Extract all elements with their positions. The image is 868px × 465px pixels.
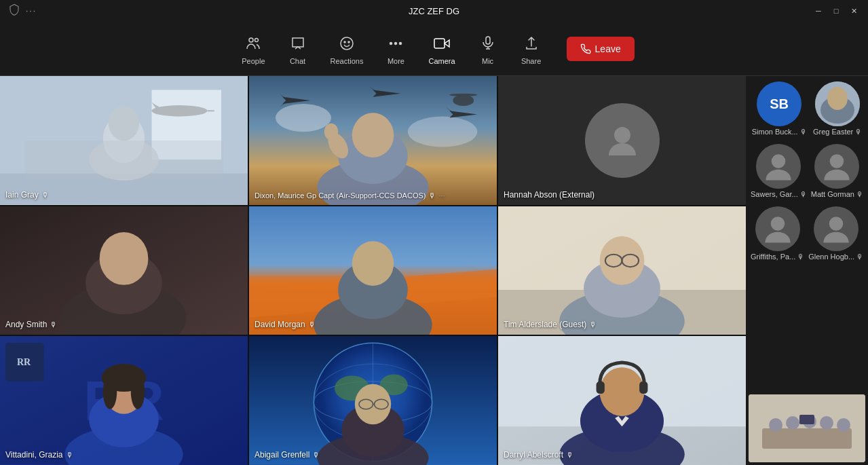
- tim-label: Tim Alderslade (Guest) 🎙: [504, 320, 597, 329]
- svg-point-3: [344, 41, 345, 43]
- svg-point-21: [109, 106, 139, 141]
- video-cell-hannah: Hannah Abson (External): [498, 76, 746, 205]
- share-label: Share: [521, 57, 541, 65]
- david-label: David Morgan 🎙: [254, 320, 316, 329]
- griffiths-name: Griffiths, Pa... 🎙: [751, 253, 804, 261]
- glenn-mic-icon: 🎙: [856, 253, 863, 261]
- video-cell-tim: Tim Alderslade (Guest) 🎙: [498, 206, 746, 335]
- svg-rect-13: [152, 90, 222, 160]
- griffiths-avatar: [755, 206, 800, 251]
- minimize-button[interactable]: ─: [812, 5, 825, 17]
- griffiths-mic-icon: 🎙: [797, 253, 804, 261]
- dixon-mic-icon: 🎙: [428, 191, 436, 200]
- greg-mic-icon: 🎙: [855, 128, 862, 136]
- side-participant-glenn: Glenn Hogb... 🎙: [807, 204, 865, 263]
- svg-point-40: [614, 127, 630, 143]
- video-cell-abigail: Abigail Grenfell 🎙: [249, 336, 497, 465]
- title-bar-title: JZC ZEF DG: [409, 6, 459, 16]
- people-button[interactable]: People: [233, 29, 273, 69]
- svg-point-105: [829, 217, 843, 231]
- side-participant-matt: Matt Gorman 🎙: [810, 141, 865, 201]
- side-participant-greg: Greg Easter 🎙: [812, 79, 863, 138]
- reactions-icon: [336, 33, 358, 54]
- chat-button[interactable]: Chat: [279, 29, 317, 69]
- glenn-avatar: [814, 206, 858, 251]
- andy-label: Andy Smith 🎙: [5, 320, 57, 329]
- matt-avatar: [814, 144, 859, 189]
- hannah-avatar: [585, 103, 660, 178]
- mic-label: Mic: [482, 57, 493, 65]
- maximize-button[interactable]: □: [830, 5, 842, 17]
- svg-point-50: [352, 241, 394, 286]
- more-button[interactable]: More: [377, 29, 415, 69]
- svg-point-6: [395, 42, 397, 44]
- dixon-more-icon[interactable]: ···: [438, 191, 445, 200]
- leave-button[interactable]: Leave: [567, 37, 635, 61]
- svg-point-23: [276, 104, 331, 132]
- video-cell-darryl: Darryl Abelscroft 🎙: [498, 336, 746, 465]
- video-cell-dixon: Dixon, Maurice Gp Capt (Air-Support-CCS …: [249, 76, 497, 205]
- svg-point-70: [131, 375, 145, 409]
- tim-mic-icon: 🎙: [589, 320, 597, 329]
- camera-button[interactable]: Camera: [420, 29, 463, 69]
- svg-rect-93: [639, 382, 647, 394]
- matt-name: Matt Gorman 🎙: [811, 190, 863, 198]
- svg-point-4: [348, 41, 350, 43]
- svg-point-101: [830, 154, 844, 168]
- more-icon: [385, 33, 407, 54]
- reactions-button[interactable]: Reactions: [322, 29, 372, 69]
- mic-icon: [477, 33, 499, 54]
- vittadini-mic-icon: 🎙: [66, 451, 73, 459]
- david-mic-icon: 🎙: [308, 320, 316, 329]
- shield-icon: [8, 3, 20, 18]
- svg-text:RR: RR: [17, 357, 31, 367]
- svg-point-97: [827, 87, 848, 110]
- svg-point-109: [786, 416, 799, 430]
- svg-point-0: [249, 38, 253, 42]
- camera-icon: [431, 33, 453, 54]
- sawers-mic-icon: 🎙: [800, 191, 807, 198]
- svg-point-34: [449, 94, 477, 96]
- side-row-1: SB Simon Buck... 🎙 G: [749, 79, 865, 138]
- svg-point-111: [820, 416, 833, 430]
- greg-avatar: [815, 81, 860, 126]
- camera-label: Camera: [428, 57, 455, 65]
- group-thumbnail: [749, 394, 865, 462]
- video-cell-vittadini: RR RR RR: [0, 336, 248, 465]
- window-controls: ─ □ ✕: [812, 5, 860, 17]
- darryl-label: Darryl Abelscroft 🎙: [504, 450, 573, 460]
- svg-point-44: [100, 232, 149, 285]
- video-grid: Iain Gray 🎙: [0, 76, 746, 465]
- dixon-label: Dixon, Maurice Gp Capt (Air-Support-CCS …: [254, 191, 445, 200]
- side-panel: SB Simon Buck... 🎙 G: [746, 76, 868, 465]
- svg-point-7: [400, 42, 402, 44]
- iain-mic-icon: 🎙: [41, 191, 49, 199]
- svg-point-37: [352, 113, 394, 157]
- share-button[interactable]: Share: [512, 29, 550, 69]
- side-participant-griffiths: Griffiths, Pa... 🎙: [749, 204, 806, 263]
- people-icon: [242, 33, 264, 54]
- svg-rect-92: [597, 382, 605, 394]
- close-button[interactable]: ✕: [848, 5, 860, 17]
- side-row-3: Griffiths, Pa... 🎙 Glenn Hogb... 🎙: [749, 204, 865, 263]
- svg-point-108: [769, 418, 782, 432]
- darryl-mic-icon: 🎙: [566, 451, 573, 459]
- matt-mic-icon: 🎙: [856, 191, 863, 198]
- rr-logo: RR: [7, 343, 41, 377]
- svg-point-39: [324, 124, 339, 141]
- svg-point-99: [772, 154, 786, 168]
- hannah-label: Hannah Abson (External): [504, 190, 595, 200]
- share-icon: [521, 33, 542, 54]
- svg-point-103: [770, 217, 785, 231]
- video-cell-iain: Iain Gray 🎙: [0, 76, 248, 205]
- svg-point-1: [255, 38, 259, 41]
- abigail-mic-icon: 🎙: [312, 451, 320, 459]
- video-cell-andy: Andy Smith 🎙: [0, 206, 248, 335]
- simon-name: Simon Buck... 🎙: [752, 128, 807, 136]
- vittadini-label: Vittadini, Grazia 🎙: [5, 450, 73, 460]
- glenn-name: Glenn Hogb... 🎙: [808, 253, 863, 261]
- reactions-label: Reactions: [331, 57, 364, 65]
- iain-label: Iain Gray 🎙: [5, 190, 49, 200]
- svg-point-91: [600, 367, 645, 416]
- mic-button[interactable]: Mic: [469, 29, 507, 69]
